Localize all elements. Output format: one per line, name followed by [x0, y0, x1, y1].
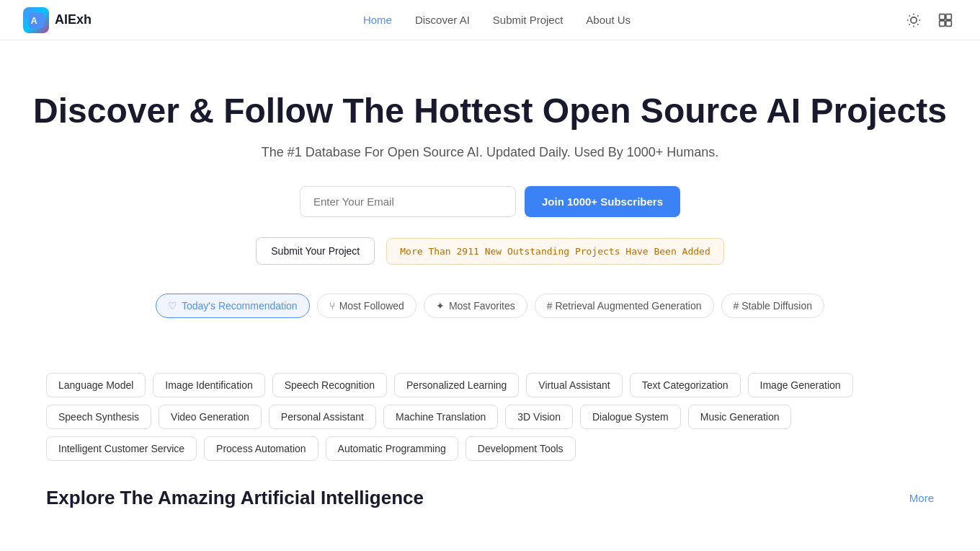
svg-rect-11	[940, 14, 945, 19]
tag-video-generation[interactable]: Video Generation	[159, 405, 262, 429]
project-row: Submit Your Project More Than 2911 New O…	[23, 237, 957, 265]
filter-pills: ♡ Today's Recommendation ⑂ Most Followed…	[23, 294, 957, 318]
svg-line-10	[917, 15, 918, 16]
svg-rect-14	[946, 20, 952, 26]
tag-personal-assistant[interactable]: Personal Assistant	[269, 405, 376, 429]
more-link[interactable]: More	[909, 492, 934, 504]
pill-label-1: Most Followed	[339, 300, 404, 312]
svg-rect-12	[946, 14, 952, 19]
pill-label-3: # Retrieval Augmented Generation	[547, 300, 702, 312]
nav-actions	[902, 9, 957, 32]
nav-home[interactable]: Home	[363, 14, 392, 26]
tags-row-3: Intelligent Customer Service Process Aut…	[46, 436, 934, 461]
pill-most-followed[interactable]: ⑂ Most Followed	[317, 294, 416, 318]
tag-process-automation[interactable]: Process Automation	[204, 436, 318, 461]
tag-music-generation[interactable]: Music Generation	[688, 405, 792, 429]
svg-text:A: A	[31, 15, 37, 25]
explore-title: Explore The Amazing Artificial Intellige…	[46, 487, 424, 509]
pill-retrieval-augmented[interactable]: # Retrieval Augmented Generation	[535, 294, 714, 318]
tag-personalized-learning[interactable]: Personalized Learning	[394, 373, 519, 397]
tag-development-tools[interactable]: Development Tools	[466, 436, 576, 461]
tags-row-1: Language Model Image Identification Spee…	[46, 373, 934, 397]
explore-section-header: Explore The Amazing Artificial Intellige…	[0, 470, 980, 509]
pill-most-favorites[interactable]: ✦ Most Favorites	[424, 294, 527, 318]
svg-line-9	[909, 24, 910, 25]
tag-language-model[interactable]: Language Model	[46, 373, 146, 397]
heart-icon: ♡	[168, 300, 177, 312]
pill-stable-diffusion[interactable]: # Stable Diffusion	[721, 294, 824, 318]
pill-label-2: Most Favorites	[449, 300, 515, 312]
svg-line-5	[909, 15, 910, 16]
nav-about-us[interactable]: About Us	[586, 14, 631, 26]
svg-rect-13	[940, 20, 945, 26]
tags-row-2: Speech Synthesis Video Generation Person…	[46, 405, 934, 429]
branch-icon: ⑂	[329, 300, 335, 312]
tag-automatic-programming[interactable]: Automatic Programming	[326, 436, 458, 461]
logo[interactable]: A AIExh	[23, 7, 92, 33]
tags-section: Language Model Image Identification Spee…	[0, 373, 980, 461]
logo-icon: A	[23, 7, 49, 33]
tag-3d-vision[interactable]: 3D Vision	[505, 405, 573, 429]
tag-speech-recognition[interactable]: Speech Recognition	[272, 373, 387, 397]
nav-submit-project[interactable]: Submit Project	[493, 14, 564, 26]
translate-button[interactable]	[934, 9, 957, 32]
tag-speech-synthesis[interactable]: Speech Synthesis	[46, 405, 151, 429]
email-input[interactable]	[300, 186, 516, 217]
svg-line-6	[917, 24, 918, 25]
star-icon: ✦	[436, 300, 445, 312]
hero-title: Discover & Follow The Hottest Open Sourc…	[23, 91, 957, 131]
logo-text: AIExh	[55, 12, 92, 27]
hero-section: Discover & Follow The Hottest Open Sourc…	[0, 40, 980, 373]
svg-point-2	[911, 17, 917, 22]
tag-image-identification[interactable]: Image Identification	[153, 373, 264, 397]
tag-text-categorization[interactable]: Text Categorization	[630, 373, 741, 397]
tag-machine-translation[interactable]: Machine Translation	[383, 405, 498, 429]
pill-label-0: Today's Recommendation	[182, 300, 298, 312]
submit-project-button[interactable]: Submit Your Project	[256, 237, 375, 265]
tag-intelligent-customer-service[interactable]: Intelligent Customer Service	[46, 436, 197, 461]
pill-label-4: # Stable Diffusion	[734, 300, 812, 312]
email-row: Join 1000+ Subscribers	[23, 186, 957, 217]
pill-today-recommendation[interactable]: ♡ Today's Recommendation	[156, 294, 310, 318]
join-subscribers-button[interactable]: Join 1000+ Subscribers	[525, 186, 680, 217]
tag-virtual-assistant[interactable]: Virtual Assistant	[526, 373, 622, 397]
tag-dialogue-system[interactable]: Dialogue System	[580, 405, 681, 429]
nav-discover-ai[interactable]: Discover AI	[415, 14, 470, 26]
tag-image-generation[interactable]: Image Generation	[748, 373, 853, 397]
hero-subtitle: The #1 Database For Open Source AI. Upda…	[23, 145, 957, 160]
theme-toggle-button[interactable]	[902, 9, 925, 32]
navbar: A AIExh Home Discover AI Submit Project …	[0, 0, 980, 40]
projects-added-badge: More Than 2911 New Outstanding Projects …	[386, 238, 723, 265]
nav-links: Home Discover AI Submit Project About Us	[363, 14, 631, 26]
